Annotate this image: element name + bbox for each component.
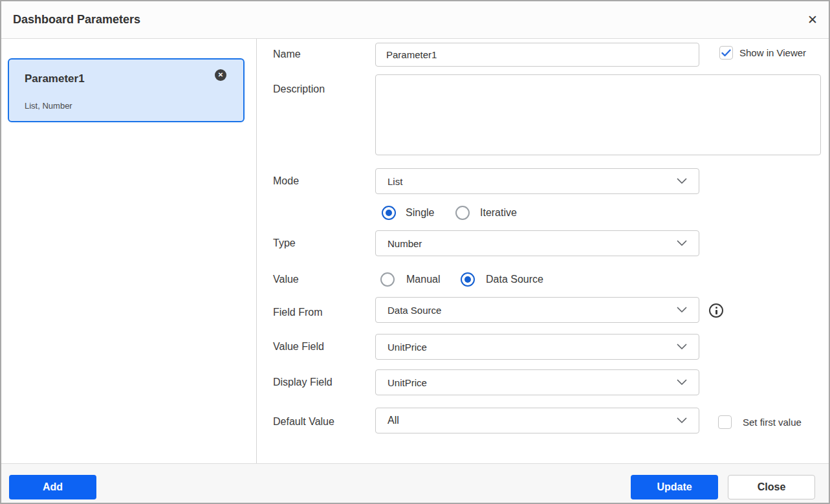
data-source-radio-label[interactable]: Data Source (486, 272, 543, 287)
chevron-down-icon (677, 240, 687, 247)
iterative-radio-label[interactable]: Iterative (480, 206, 517, 220)
field-from-dropdown-value: Data Source (388, 305, 677, 316)
default-value-dropdown-value: All (388, 415, 677, 426)
parameter-item-title: Parameter1 (25, 72, 85, 85)
description-label: Description (273, 82, 325, 97)
manual-radio-label[interactable]: Manual (406, 272, 440, 287)
value-field-dropdown[interactable]: UnitPrice (375, 334, 699, 360)
default-value-label: Default Value (273, 414, 334, 430)
parameter-list-item[interactable]: Parameter1 List, Number ✕ (8, 58, 245, 122)
display-field-label: Display Field (273, 375, 333, 390)
dashboard-parameters-dialog: Dashboard Parameters ✕ Parameter1 List, … (0, 0, 830, 504)
name-label: Name (273, 47, 301, 62)
show-in-viewer-label[interactable]: Show in Viewer (739, 46, 806, 60)
description-textarea[interactable] (375, 74, 821, 155)
chevron-down-icon (677, 379, 687, 386)
value-label: Value (273, 272, 299, 287)
update-button[interactable]: Update (631, 475, 718, 499)
display-field-dropdown[interactable]: UnitPrice (375, 369, 699, 395)
dialog-close-icon[interactable]: ✕ (805, 12, 820, 28)
checkmark-icon (721, 49, 731, 57)
chevron-down-icon (677, 344, 687, 350)
iterative-radio[interactable] (455, 206, 470, 220)
set-first-value-label[interactable]: Set first value (743, 415, 802, 429)
info-icon[interactable] (709, 303, 723, 318)
default-value-dropdown[interactable]: All (375, 408, 699, 433)
close-button[interactable]: Close (728, 475, 815, 499)
value-field-dropdown-value: UnitPrice (388, 342, 677, 353)
dialog-footer: Add Update Close (1, 463, 829, 503)
show-in-viewer-checkbox[interactable] (719, 46, 733, 60)
single-radio[interactable] (382, 206, 396, 220)
manual-radio[interactable] (380, 272, 395, 287)
info-icon-stem (715, 310, 717, 314)
mode-dropdown-value: List (388, 176, 677, 187)
chevron-down-icon (677, 417, 687, 424)
field-from-label: Field From (273, 305, 322, 320)
type-dropdown[interactable]: Number (375, 230, 699, 256)
chevron-down-icon (677, 307, 687, 313)
name-input[interactable] (375, 43, 699, 67)
dialog-header: Dashboard Parameters ✕ (1, 1, 829, 39)
type-dropdown-value: Number (388, 238, 677, 249)
parameter-list-panel: Parameter1 List, Number ✕ (1, 39, 257, 466)
mode-label: Mode (273, 173, 299, 189)
value-field-label: Value Field (273, 339, 324, 355)
field-from-dropdown[interactable]: Data Source (375, 297, 699, 323)
type-label: Type (273, 236, 296, 251)
parameter-item-subtitle: List, Number (25, 101, 72, 111)
dialog-title: Dashboard Parameters (13, 1, 140, 38)
add-button[interactable]: Add (9, 475, 96, 499)
data-source-radio[interactable] (461, 272, 475, 287)
remove-parameter-icon[interactable]: ✕ (215, 69, 226, 81)
single-radio-label[interactable]: Single (406, 206, 434, 220)
chevron-down-icon (677, 178, 687, 184)
info-icon-dot (715, 307, 717, 309)
set-first-value-checkbox[interactable] (718, 415, 732, 429)
display-field-dropdown-value: UnitPrice (388, 377, 677, 388)
mode-dropdown[interactable]: List (375, 168, 699, 194)
